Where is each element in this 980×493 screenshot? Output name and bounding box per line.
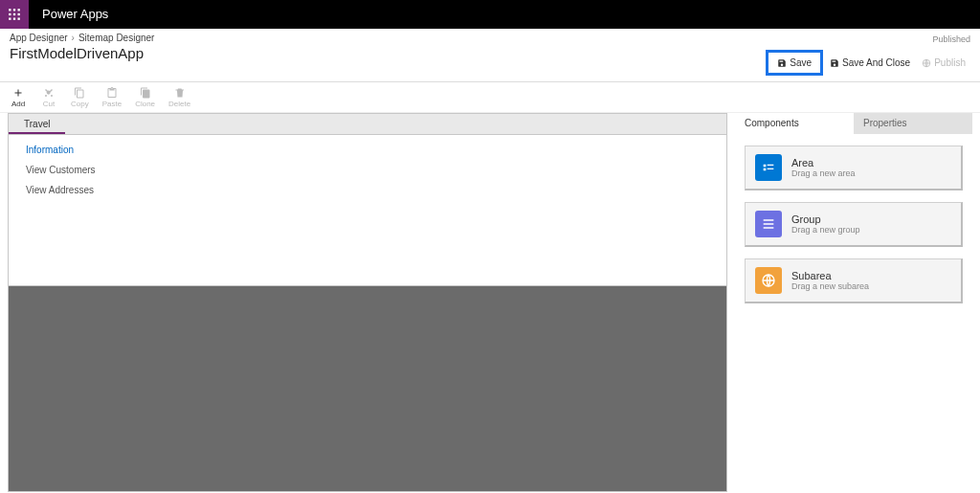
card-title: Area xyxy=(791,157,856,168)
area-tab-bar: Travel xyxy=(9,114,726,135)
svg-rect-6 xyxy=(9,18,11,20)
clone-button: Clone xyxy=(135,87,155,108)
save-close-icon xyxy=(830,58,839,68)
app-top-bar: Power Apps xyxy=(0,0,980,29)
clone-icon xyxy=(140,87,151,99)
delete-label: Delete xyxy=(168,100,190,108)
svg-rect-5 xyxy=(18,13,20,15)
breadcrumb-root[interactable]: App Designer xyxy=(10,33,68,43)
component-card-subarea[interactable]: Subarea Drag a new subarea xyxy=(745,258,963,303)
publish-icon xyxy=(922,58,931,68)
svg-rect-0 xyxy=(9,9,11,11)
group-content: Information View Customers View Addresse… xyxy=(9,135,726,286)
svg-rect-4 xyxy=(13,13,15,15)
breadcrumb: App Designer › Sitemap Designer xyxy=(10,33,154,43)
component-card-group[interactable]: Group Drag a new group xyxy=(745,202,963,247)
tab-properties[interactable]: Properties xyxy=(854,113,972,134)
page-title: FirstModelDrivenApp xyxy=(10,45,154,61)
add-label: Add xyxy=(11,100,25,108)
copy-label: Copy xyxy=(71,100,89,108)
cut-icon xyxy=(43,87,55,99)
cut-label: Cut xyxy=(43,100,55,108)
clone-label: Clone xyxy=(135,100,155,108)
copy-icon xyxy=(74,87,85,99)
area-icon xyxy=(755,154,782,181)
waffle-button[interactable] xyxy=(0,0,29,29)
add-button[interactable]: Add xyxy=(10,87,27,108)
save-button-highlight: Save xyxy=(766,50,823,76)
paste-button: Paste xyxy=(102,87,122,108)
save-close-label: Save And Close xyxy=(842,57,910,68)
toolbar: Add Cut Copy Paste Clone Delete xyxy=(0,82,980,113)
card-desc: Drag a new subarea xyxy=(791,281,869,291)
panel-body: Area Drag a new area Group Drag a new gr… xyxy=(735,134,972,315)
designer-header: App Designer › Sitemap Designer FirstMod… xyxy=(0,29,980,82)
cut-button: Cut xyxy=(40,87,57,108)
card-desc: Drag a new group xyxy=(791,225,860,235)
right-panel: Components Properties Area Drag a new ar… xyxy=(735,113,972,492)
save-button[interactable]: Save xyxy=(772,55,816,71)
publish-button: Publish xyxy=(917,55,970,71)
card-title: Group xyxy=(791,213,860,225)
save-label: Save xyxy=(790,57,812,68)
copy-button: Copy xyxy=(71,87,89,108)
paste-icon xyxy=(106,87,118,99)
breadcrumb-current: Sitemap Designer xyxy=(78,33,154,43)
svg-rect-3 xyxy=(9,13,11,15)
subarea-icon xyxy=(755,267,782,294)
delete-button: Delete xyxy=(168,87,190,108)
tab-components[interactable]: Components xyxy=(735,113,854,134)
publish-status: Published xyxy=(932,34,970,44)
brand-label: Power Apps xyxy=(29,0,122,29)
card-title: Subarea xyxy=(791,270,869,281)
group-icon xyxy=(755,211,782,237)
component-card-area[interactable]: Area Drag a new area xyxy=(745,146,963,190)
plus-icon xyxy=(12,87,24,99)
svg-rect-2 xyxy=(18,9,20,11)
waffle-icon xyxy=(8,8,21,21)
chevron-right-icon: › xyxy=(72,33,75,43)
svg-rect-8 xyxy=(18,18,20,20)
subarea-information[interactable]: Information xyxy=(26,145,709,155)
subarea-view-addresses[interactable]: View Addresses xyxy=(26,185,709,195)
panel-tabs: Components Properties xyxy=(735,113,972,134)
card-desc: Drag a new area xyxy=(791,168,856,178)
delete-icon xyxy=(174,87,186,99)
save-icon xyxy=(777,58,787,68)
main-area: Travel Information View Customers View A… xyxy=(0,113,980,493)
svg-rect-7 xyxy=(13,18,15,20)
area-tab-travel[interactable]: Travel xyxy=(9,114,65,134)
publish-label: Publish xyxy=(934,57,966,68)
sitemap-canvas: Travel Information View Customers View A… xyxy=(8,113,727,492)
subarea-view-customers[interactable]: View Customers xyxy=(26,165,709,175)
svg-rect-1 xyxy=(13,9,15,11)
save-and-close-button[interactable]: Save And Close xyxy=(825,55,915,71)
paste-label: Paste xyxy=(102,100,122,108)
